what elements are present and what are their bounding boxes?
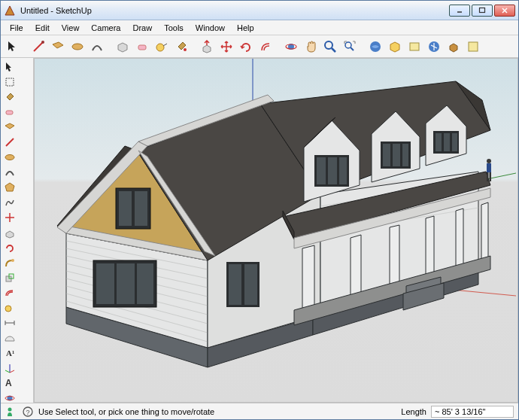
svg-point-14: [345, 42, 351, 48]
menubar: File Edit View Camera Draw Tools Window …: [1, 20, 518, 35]
app-window: Untitled - SketchUp File Edit View Camer…: [0, 0, 519, 420]
layers-icon[interactable]: [425, 38, 443, 56]
svg-rect-83: [96, 263, 114, 304]
status-hint: Use Select tool, or pick one thing to mo…: [38, 407, 396, 416]
rotate-icon[interactable]: [237, 38, 255, 56]
line-tool-icon[interactable]: [29, 38, 47, 56]
rotate-tool-icon[interactable]: [2, 240, 17, 255]
3d-text-icon[interactable]: A: [2, 376, 17, 391]
svg-rect-20: [6, 78, 14, 86]
svg-rect-81: [452, 133, 457, 151]
orbit-icon[interactable]: [282, 38, 300, 56]
tape-measure-icon[interactable]: [2, 300, 17, 315]
menu-tools[interactable]: Tools: [158, 22, 190, 34]
svg-line-33: [5, 370, 10, 373]
menu-camera[interactable]: Camera: [85, 22, 126, 34]
text-tool-icon[interactable]: A¹: [2, 345, 17, 361]
titlebar: Untitled - SketchUp: [1, 1, 518, 20]
paint-bucket-icon[interactable]: [2, 90, 17, 105]
menu-help[interactable]: Help: [231, 22, 260, 34]
circle-tool-icon[interactable]: [2, 150, 17, 165]
make-component-icon[interactable]: [2, 75, 17, 90]
help-icon[interactable]: ?: [22, 406, 34, 418]
menu-view[interactable]: View: [56, 22, 86, 34]
svg-point-23: [11, 259, 14, 262]
svg-rect-1: [480, 8, 485, 12]
offset-icon[interactable]: [256, 38, 275, 56]
zoom-extents-icon[interactable]: [341, 38, 359, 56]
svg-text:A: A: [5, 378, 12, 388]
window-controls: [449, 5, 515, 17]
menu-window[interactable]: Window: [190, 22, 231, 34]
freehand-tool-icon[interactable]: [2, 195, 17, 210]
svg-rect-21: [6, 111, 13, 114]
model-canvas: [35, 59, 516, 403]
svg-point-86: [487, 159, 491, 163]
svg-text:?: ?: [26, 408, 30, 415]
rectangle-tool-icon[interactable]: [49, 38, 67, 56]
circle-tool-icon[interactable]: [68, 38, 86, 56]
svg-rect-77: [402, 144, 408, 166]
svg-rect-80: [444, 133, 450, 151]
viewport[interactable]: [34, 58, 518, 403]
follow-me-icon[interactable]: [2, 255, 17, 270]
svg-rect-17: [410, 43, 419, 50]
svg-rect-89: [490, 172, 492, 181]
print-icon[interactable]: [405, 38, 423, 56]
share-model-icon[interactable]: [386, 38, 404, 56]
svg-point-9: [184, 48, 187, 51]
select-tool-icon[interactable]: [4, 38, 22, 56]
body: A¹ A: [1, 58, 518, 403]
svg-rect-76: [393, 144, 400, 166]
move-tool-icon[interactable]: [2, 210, 17, 225]
svg-point-22: [5, 155, 14, 160]
push-pull-icon[interactable]: [2, 225, 17, 240]
length-value[interactable]: ~ 85' 3 13/16": [431, 406, 514, 418]
menu-file[interactable]: File: [4, 22, 29, 34]
svg-rect-79: [436, 133, 442, 151]
svg-rect-87: [487, 163, 491, 172]
paint-bucket-icon[interactable]: [172, 38, 190, 56]
svg-rect-72: [328, 157, 337, 184]
move-icon[interactable]: [217, 38, 235, 56]
svg-rect-6: [138, 45, 146, 50]
axes-tool-icon[interactable]: [2, 361, 17, 376]
minimize-button[interactable]: [449, 5, 470, 17]
close-button[interactable]: [494, 5, 515, 17]
svg-point-26: [5, 306, 11, 312]
svg-rect-84: [117, 263, 135, 304]
pan-icon[interactable]: [302, 38, 320, 56]
offset-tool-icon[interactable]: [2, 285, 17, 300]
polygon-tool-icon[interactable]: [2, 180, 17, 195]
line-tool-icon[interactable]: [2, 135, 17, 150]
svg-point-90: [8, 407, 12, 411]
help-icon[interactable]: [464, 38, 482, 56]
protractor-icon[interactable]: [2, 330, 17, 345]
scale-tool-icon[interactable]: [2, 270, 17, 285]
push-pull-icon[interactable]: [198, 38, 216, 56]
svg-rect-62: [135, 191, 147, 226]
eraser-icon[interactable]: [133, 38, 151, 56]
rectangle-tool-icon[interactable]: [2, 120, 17, 135]
arc-tool-icon[interactable]: [88, 38, 106, 56]
window-title: Untitled - SketchUp: [20, 6, 449, 15]
extensions-icon[interactable]: [445, 38, 463, 56]
svg-point-5: [72, 44, 83, 50]
zoom-icon[interactable]: [321, 38, 339, 56]
arc-tool-icon[interactable]: [2, 165, 17, 180]
get-models-icon[interactable]: [366, 38, 384, 56]
tape-measure-icon[interactable]: [153, 38, 171, 56]
svg-text:A¹: A¹: [6, 348, 14, 358]
eraser-icon[interactable]: [2, 105, 17, 120]
svg-line-8: [163, 44, 167, 46]
maximize-button[interactable]: [472, 5, 493, 17]
instructor-icon[interactable]: [5, 406, 17, 418]
make-component-icon[interactable]: [114, 38, 132, 56]
select-tool-icon[interactable]: [2, 59, 17, 75]
menu-edit[interactable]: Edit: [29, 22, 56, 34]
svg-rect-64: [229, 264, 241, 305]
menu-draw[interactable]: Draw: [126, 22, 158, 34]
svg-line-32: [10, 370, 14, 373]
dimension-tool-icon[interactable]: [2, 315, 17, 330]
svg-rect-71: [317, 157, 326, 184]
